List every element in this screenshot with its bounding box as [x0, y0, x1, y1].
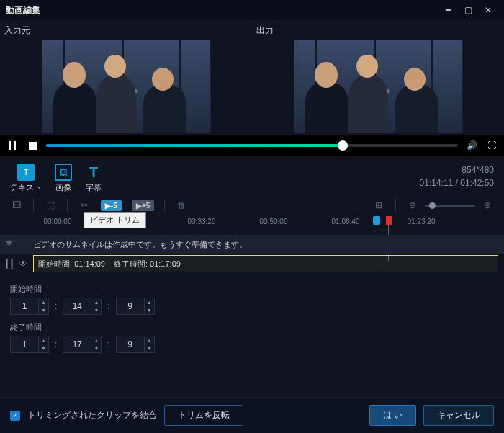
stop-button[interactable]	[26, 139, 39, 152]
invert-trim-button[interactable]: トリムを反転	[164, 405, 243, 426]
player-bar: 🔊 ⛶	[0, 135, 504, 156]
fullscreen-icon[interactable]: ⛶	[485, 139, 498, 152]
time-editor: 開始時間 1▲▼ : 14▲▼ : 9▲▼ 終了時間 1▲▼ : 17▲▼ : …	[0, 274, 504, 356]
zoom-knob[interactable]	[429, 202, 436, 209]
playhead-end-marker[interactable]	[386, 216, 392, 225]
down-arrow-icon: ▼	[39, 306, 48, 314]
close-button[interactable]: ✕	[478, 3, 498, 17]
tab-subtitle-label: 字幕	[85, 182, 102, 193]
filmstrip-icon[interactable]: 🎞	[10, 199, 23, 212]
seek-bar[interactable]	[46, 144, 458, 147]
start-sec-spinner[interactable]: 9▲▼	[116, 298, 155, 315]
delete-icon[interactable]: 🗑	[175, 199, 188, 212]
cancel-button[interactable]: キャンセル	[423, 405, 494, 426]
tab-text-label: テキスト	[10, 182, 42, 193]
crop-icon[interactable]: ⬚	[44, 199, 57, 212]
window-title: 動画編集	[6, 4, 40, 17]
seek-knob[interactable]	[338, 140, 348, 151]
combine-clips-label: トリミングされたクリップを結合	[27, 409, 157, 421]
start-min-spinner[interactable]: 14▲▼	[63, 298, 102, 315]
tab-image[interactable]: 🖼 画像	[55, 164, 72, 193]
zoom-in-icon[interactable]: ⊕	[481, 199, 494, 212]
output-preview	[294, 40, 463, 133]
footer: ✓ トリミングされたクリップを結合 トリムを反転 は い キャンセル	[0, 397, 504, 433]
thumbnail-loading-message: ビデオのサムネイルは作成中です。もうすぐ準備できます。	[33, 239, 247, 250]
image-icon: 🖼	[55, 164, 72, 181]
end-hour-spinner[interactable]: 1▲▼	[10, 336, 49, 353]
end-sec-spinner[interactable]: 9▲▼	[116, 336, 155, 353]
title-bar: 動画編集 ━ ▢ ✕	[0, 0, 504, 20]
preview-row: 入力元 出力	[0, 20, 504, 135]
svg-rect-2	[29, 142, 37, 150]
end-time-heading: 終了時間	[10, 322, 494, 333]
combine-clips-checkbox[interactable]: ✓	[10, 411, 20, 421]
ruler-label: 00:33:20	[188, 218, 216, 226]
clip-end-label: 終了時間:	[114, 259, 148, 268]
ruler-label: 01:23:20	[408, 218, 436, 226]
thumbnail-strip: ✱ ビデオのサムネイルは作成中です。もうすぐ準備できます。	[0, 235, 504, 254]
tabs-row: T テキスト 🖼 画像 T 字幕 854*480 01:14:11 / 01:4…	[0, 156, 504, 196]
up-arrow-icon: ▲	[39, 298, 48, 306]
ruler-label: 00:00:00	[44, 218, 72, 226]
video-info: 854*480 01:14:11 / 01:42:50	[420, 164, 494, 189]
start-hour-spinner[interactable]: 1▲▼	[10, 298, 49, 315]
minimize-button[interactable]: ━	[438, 3, 458, 17]
tab-image-label: 画像	[55, 182, 72, 193]
timeline-ruler[interactable]: 00:00:00 00:16:40 00:33:20 00:50:00 01:0…	[0, 215, 504, 235]
yes-button[interactable]: は い	[369, 405, 416, 426]
tab-subtitle[interactable]: T 字幕	[85, 164, 102, 193]
clip-end-value: 01:17:09	[150, 259, 181, 268]
pause-button[interactable]	[6, 139, 19, 152]
volume-icon[interactable]: 🔊	[465, 139, 478, 152]
trim-tooltip: ビデオ トリム	[84, 212, 146, 228]
svg-rect-1	[14, 141, 16, 150]
start-time-heading: 開始時間	[10, 284, 494, 295]
input-preview	[42, 40, 211, 133]
cut-icon[interactable]: ✂	[78, 199, 91, 212]
trim-handles-icon[interactable]: ┃┃	[4, 259, 14, 269]
skip-fwd-5-button[interactable]: ▶+5	[132, 200, 154, 211]
ruler-label: 01:06:40	[332, 218, 360, 226]
resolution-text: 854*480	[420, 164, 494, 177]
ruler-label: 00:50:00	[260, 218, 288, 226]
maximize-button[interactable]: ▢	[458, 3, 478, 17]
tab-text[interactable]: T テキスト	[10, 164, 42, 193]
end-min-spinner[interactable]: 17▲▼	[63, 336, 102, 353]
subtitle-icon: T	[85, 164, 102, 181]
clip-row: ┃┃ 👁 開始時間: 01:14:09 終了時間: 01:17:09	[0, 254, 504, 274]
svg-rect-0	[9, 141, 11, 150]
clip-start-label: 開始時間:	[38, 259, 72, 268]
clip-selection[interactable]: 開始時間: 01:14:09 終了時間: 01:17:09	[33, 255, 498, 272]
zoom-out-icon[interactable]: ⊖	[406, 199, 419, 212]
tool-row: 🎞 ⬚ ✂ ▶-5 ▶+5 🗑 ビデオ トリム ⊞ ⊖ ⊕	[0, 196, 504, 215]
skip-back-5-button[interactable]: ▶-5	[101, 200, 122, 211]
output-preview-label: 出力	[252, 24, 504, 37]
text-icon: T	[17, 164, 35, 181]
clip-start-value: 01:14:09	[74, 259, 105, 268]
time-progress-text: 01:14:11 / 01:42:50	[420, 177, 494, 189]
playhead-start-marker[interactable]	[373, 216, 380, 225]
fit-icon[interactable]: ⊞	[372, 199, 385, 212]
input-preview-label: 入力元	[0, 24, 252, 37]
visibility-icon[interactable]: 👁	[19, 259, 27, 269]
zoom-slider[interactable]	[425, 205, 475, 207]
thumbnail-strip-icon: ✱	[6, 238, 12, 248]
